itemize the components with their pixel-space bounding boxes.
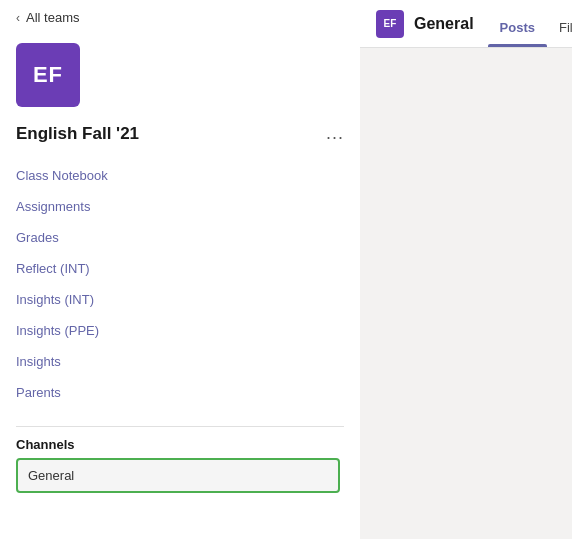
nav-item-grades[interactable]: Grades <box>0 222 360 253</box>
nav-item-class-notebook[interactable]: Class Notebook <box>0 160 360 191</box>
divider <box>16 426 344 427</box>
tab-files-label: Files <box>559 20 572 35</box>
right-panel: EF General Posts Files <box>360 0 572 539</box>
sidebar: ‹ All teams EF English Fall '21 ... Clas… <box>0 0 360 539</box>
tab-files[interactable]: Files <box>547 20 572 47</box>
channels-label: Channels <box>16 437 344 452</box>
nav-item-insights-int[interactable]: Insights (INT) <box>0 284 360 315</box>
nav-item-reflect-int[interactable]: Reflect (INT) <box>0 253 360 284</box>
team-more-options-button[interactable]: ... <box>326 123 344 144</box>
team-header: English Fall '21 ... <box>0 123 360 160</box>
nav-list: Class Notebook Assignments Grades Reflec… <box>0 160 360 416</box>
nav-item-insights[interactable]: Insights <box>0 346 360 377</box>
tab-posts-label: Posts <box>500 20 535 35</box>
header-tabs: Posts Files <box>488 0 572 47</box>
channel-avatar-text: EF <box>384 18 397 29</box>
tab-posts[interactable]: Posts <box>488 20 547 47</box>
nav-item-insights-ppe[interactable]: Insights (PPE) <box>0 315 360 346</box>
chevron-left-icon: ‹ <box>16 11 20 25</box>
nav-item-parents[interactable]: Parents <box>0 377 360 408</box>
channels-section: Channels General <box>0 437 360 501</box>
team-avatar-text: EF <box>33 62 63 88</box>
channel-item-general[interactable]: General <box>16 458 340 493</box>
back-nav[interactable]: ‹ All teams <box>0 0 360 35</box>
back-nav-label: All teams <box>26 10 79 25</box>
team-avatar: EF <box>16 43 80 107</box>
channel-header: EF General Posts Files <box>360 0 572 48</box>
channel-avatar: EF <box>376 10 404 38</box>
team-name: English Fall '21 <box>16 124 139 144</box>
channel-content <box>360 48 572 539</box>
nav-item-assignments[interactable]: Assignments <box>0 191 360 222</box>
channel-title: General <box>414 15 474 33</box>
